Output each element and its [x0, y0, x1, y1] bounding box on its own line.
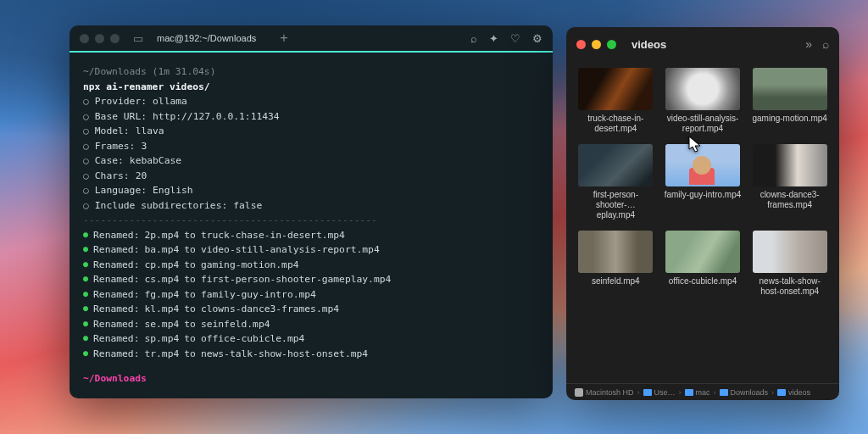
- setting-line: ○Base URL:http://127.0.0.1:11434: [83, 109, 539, 125]
- file-item[interactable]: family-guy-intro.mp4: [664, 144, 743, 220]
- folder-icon: [777, 389, 786, 396]
- command-line: npx ai-renamer videos/: [83, 80, 539, 95]
- minimize-icon[interactable]: [95, 34, 104, 43]
- terminal-tab-title[interactable]: mac@192:~/Downloads: [157, 33, 256, 43]
- bulb-icon[interactable]: ♡: [510, 32, 520, 45]
- disk-icon: [575, 388, 583, 397]
- rename-line: ●Renamed:sp.mp4tooffice-cubicle.mp4: [83, 331, 539, 347]
- rename-block: ●Renamed:2p.mp4totruck-chase-in-desert.m…: [83, 228, 539, 362]
- file-item[interactable]: seinfeld.mp4: [576, 231, 655, 297]
- finder-titlebar[interactable]: videos » ⌕: [566, 27, 839, 61]
- file-name: gaming-motion.mp4: [752, 114, 826, 124]
- overflow-icon[interactable]: »: [805, 37, 812, 51]
- sidebar-toggle-icon[interactable]: ▭: [133, 32, 143, 45]
- new-tab-button[interactable]: +: [280, 31, 287, 46]
- timer-line: ~/Downloads (1m 31.04s): [83, 64, 539, 80]
- setting-line: ○Case:kebabCase: [83, 153, 539, 169]
- terminal-window: ▭ mac@192:~/Downloads + ⌕ ✦ ♡ ⚙ ~/Downlo…: [70, 25, 553, 398]
- file-item[interactable]: news-talk-show-host-onset.mp4: [750, 231, 829, 297]
- terminal-body[interactable]: ~/Downloads (1m 31.04s) npx ai-renamer v…: [70, 53, 553, 398]
- file-thumbnail[interactable]: [753, 144, 827, 186]
- rename-line: ●Renamed:kl.mp4toclowns-dance3-frames.mp…: [83, 302, 539, 317]
- setting-line: ○Include subdirectories:false: [83, 198, 539, 214]
- setting-line: ○Model:llava: [83, 124, 539, 139]
- file-thumbnail[interactable]: [665, 68, 740, 110]
- settings-gear-icon[interactable]: ⚙: [532, 32, 542, 45]
- rename-line: ●Renamed:cp.mp4togaming-motion.mp4: [83, 258, 539, 273]
- folder-icon: [643, 389, 652, 396]
- rename-line: ●Renamed:2p.mp4totruck-chase-in-desert.m…: [83, 228, 539, 243]
- file-item[interactable]: truck-chase-in-desert.mp4: [576, 68, 655, 134]
- close-icon[interactable]: [80, 34, 89, 43]
- file-thumbnail[interactable]: [753, 68, 827, 110]
- file-thumbnail[interactable]: [665, 231, 740, 273]
- finder-grid[interactable]: truck-chase-in-desert.mp4video-still-ana…: [566, 61, 839, 383]
- terminal-titlebar[interactable]: ▭ mac@192:~/Downloads + ⌕ ✦ ♡ ⚙: [70, 25, 553, 53]
- file-item[interactable]: clowns-dance3-frames.mp4: [750, 144, 829, 220]
- folder-icon: [720, 389, 728, 396]
- rename-line: ●Renamed:cs.mp4tofirst-person-shooter-ga…: [83, 272, 539, 287]
- rename-line: ●Renamed:se.mp4toseinfeld.mp4: [83, 317, 539, 332]
- prompt-line: ~/Downloads: [83, 371, 539, 387]
- output-divider: ----------------------------------------…: [83, 213, 539, 228]
- path-segment[interactable]: videos: [777, 388, 810, 397]
- search-icon[interactable]: ⌕: [470, 32, 477, 45]
- setting-line: ○Frames:3: [83, 139, 539, 154]
- file-item[interactable]: video-still-analysis-report.mp4: [664, 68, 743, 134]
- minimize-icon[interactable]: [592, 40, 601, 49]
- file-name: family-guy-intro.mp4: [665, 190, 742, 200]
- path-segment[interactable]: Macintosh HD: [575, 388, 634, 397]
- file-item[interactable]: gaming-motion.mp4: [750, 68, 829, 134]
- setting-line: ○Language:English: [83, 183, 539, 198]
- file-name: clowns-dance3-frames.mp4: [751, 190, 829, 210]
- file-thumbnail[interactable]: [578, 68, 653, 110]
- path-segment[interactable]: Use…: [643, 388, 676, 397]
- file-thumbnail[interactable]: [578, 144, 653, 186]
- file-name: news-talk-show-host-onset.mp4: [751, 276, 829, 297]
- file-item[interactable]: office-cubicle.mp4: [664, 231, 743, 297]
- finder-traffic-lights[interactable]: [576, 40, 616, 49]
- rename-line: ●Renamed:tr.mp4tonews-talk-show-host-ons…: [83, 347, 539, 362]
- file-thumbnail[interactable]: [578, 231, 653, 273]
- rename-line: ●Renamed:ba.mp4tovideo-still-analysis-re…: [83, 242, 539, 258]
- setting-line: ○Provider:ollama: [83, 94, 539, 109]
- folder-icon: [685, 389, 693, 396]
- terminal-traffic-lights[interactable]: [80, 34, 120, 43]
- finder-folder-title: videos: [632, 38, 666, 51]
- file-name: first-person-shooter-…eplay.mp4: [576, 190, 654, 220]
- maximize-icon[interactable]: [110, 34, 120, 43]
- settings-block: ○Provider:ollama○Base URL:http://127.0.0…: [83, 94, 539, 213]
- file-name: seinfeld.mp4: [592, 276, 640, 287]
- file-name: office-cubicle.mp4: [669, 276, 737, 287]
- file-item[interactable]: first-person-shooter-…eplay.mp4: [576, 144, 655, 220]
- finder-pathbar[interactable]: Macintosh HD›Use…›mac›Downloads›videos: [566, 383, 839, 400]
- maximize-icon[interactable]: [607, 40, 616, 49]
- path-segment[interactable]: Downloads: [720, 388, 769, 397]
- file-name: truck-chase-in-desert.mp4: [576, 114, 654, 134]
- search-icon[interactable]: ⌕: [822, 37, 829, 51]
- rename-line: ●Renamed:fg.mp4tofamily-guy-intro.mp4: [83, 287, 539, 303]
- ai-icon[interactable]: ✦: [489, 32, 498, 45]
- file-thumbnail[interactable]: [753, 231, 827, 273]
- file-name: video-still-analysis-report.mp4: [664, 114, 742, 134]
- path-segment[interactable]: mac: [685, 388, 710, 397]
- close-icon[interactable]: [576, 40, 586, 49]
- finder-window: videos » ⌕ truck-chase-in-desert.mp4vide…: [566, 27, 839, 400]
- setting-line: ○Chars:20: [83, 169, 539, 184]
